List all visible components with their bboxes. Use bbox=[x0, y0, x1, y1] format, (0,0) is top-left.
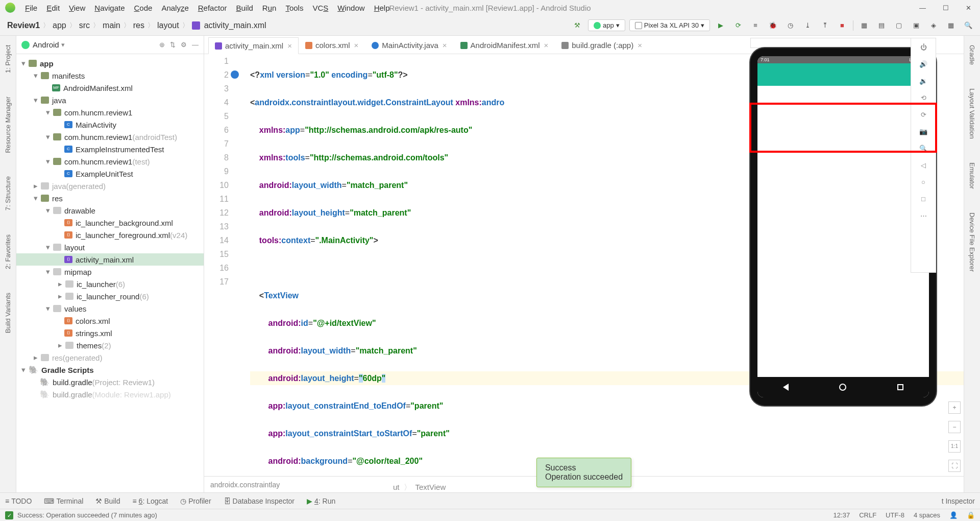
tool-build[interactable]: ⚒Build bbox=[95, 497, 120, 505]
breadcrumb-file[interactable]: activity_main.xml bbox=[202, 21, 268, 30]
sync3-button[interactable]: ◈ bbox=[927, 19, 940, 32]
tree-colors[interactable]: ⟨⟩colors.xml bbox=[16, 315, 204, 327]
tree-ic-fg[interactable]: ⟨⟩ic_launcher_foreground.xml (v24) bbox=[16, 229, 204, 241]
tree-ic-launcher[interactable]: ▸ic_launcher (6) bbox=[16, 278, 204, 290]
zoom-expand-button[interactable]: ⛶ bbox=[948, 460, 961, 472]
sync-button[interactable]: ▢ bbox=[892, 19, 905, 32]
tool-terminal[interactable]: ⌨Terminal bbox=[44, 497, 83, 505]
settings-icon[interactable]: ⚙ bbox=[181, 41, 187, 49]
menu-code[interactable]: Code bbox=[130, 4, 157, 12]
tree-instrumented-test[interactable]: CExampleInstrumentedTest bbox=[16, 143, 204, 155]
project-view-selector[interactable]: Android bbox=[33, 40, 59, 49]
tree-pkg-androidtest[interactable]: ▾com.huncm.review1 (androidTest) bbox=[16, 131, 204, 143]
window-minimize-button[interactable]: — bbox=[911, 0, 934, 15]
debug-button[interactable]: 🐞 bbox=[766, 19, 779, 32]
run-config-combo[interactable]: app▾ bbox=[588, 19, 625, 31]
tab-colors[interactable]: colors.xml× bbox=[299, 37, 365, 54]
tree-layout[interactable]: ▾layout bbox=[16, 241, 204, 253]
tree-ic-bg[interactable]: ⟨⟩ic_launcher_background.xml bbox=[16, 217, 204, 229]
tree-unit-test[interactable]: CExampleUnitTest bbox=[16, 168, 204, 180]
stop-button[interactable]: ■ bbox=[836, 19, 849, 32]
tool-layout-inspector[interactable]: t Inspector bbox=[942, 497, 975, 505]
tab-favorites[interactable]: 2: Favorites bbox=[3, 230, 13, 273]
close-tab-icon[interactable]: × bbox=[443, 41, 447, 50]
menu-refactor[interactable]: Refactor bbox=[193, 4, 232, 12]
tab-device-file-explorer[interactable]: Device File Explorer bbox=[967, 208, 977, 276]
menu-analyze[interactable]: Analyze bbox=[157, 4, 193, 12]
expand-icon[interactable]: ⇅ bbox=[170, 41, 176, 49]
tab-activity-main[interactable]: activity_main.xml× bbox=[208, 37, 299, 54]
tab-layout-validation[interactable]: Layout Validation bbox=[967, 84, 977, 143]
menu-file[interactable]: FFileile bbox=[20, 4, 42, 12]
breadcrumb-src[interactable]: src bbox=[77, 21, 92, 30]
emu-rotate-left-icon[interactable]: ⟲ bbox=[921, 94, 926, 102]
menu-tools[interactable]: Tools bbox=[281, 4, 308, 12]
breadcrumb-res[interactable]: res bbox=[131, 21, 146, 30]
tool-database-inspector[interactable]: 🗄Database Inspector bbox=[224, 497, 295, 505]
tree-main-activity[interactable]: CMainActivity bbox=[16, 119, 204, 131]
tab-mainactivity[interactable]: MainActivity.java× bbox=[365, 37, 453, 54]
zoom-out-button[interactable]: − bbox=[948, 421, 961, 433]
close-tab-icon[interactable]: × bbox=[638, 41, 642, 50]
hammer-icon[interactable]: ⚒ bbox=[571, 19, 584, 32]
phone-screen[interactable]: 7:01 LTE ◢ ▮ bbox=[757, 56, 929, 397]
tree-pkg-test[interactable]: ▾com.huncm.review1 (test) bbox=[16, 155, 204, 168]
caret-position[interactable]: 12:37 bbox=[834, 511, 850, 519]
inspection-icon[interactable]: 👤 bbox=[949, 511, 958, 519]
phone-home-icon[interactable] bbox=[839, 384, 846, 391]
run-button[interactable]: ▶ bbox=[714, 19, 727, 32]
tree-pkg-main[interactable]: ▾com.huncm.review1 bbox=[16, 106, 204, 119]
close-tab-icon[interactable]: × bbox=[544, 41, 549, 50]
emu-back-icon[interactable]: ◁ bbox=[921, 161, 926, 169]
tab-build-variants[interactable]: Build Variants bbox=[3, 289, 13, 337]
attach2-button[interactable]: ⤒ bbox=[818, 19, 831, 32]
select-opened-icon[interactable]: ⊕ bbox=[159, 41, 165, 49]
apply-code-button[interactable]: ≡ bbox=[749, 19, 762, 32]
breadcrumb-layout[interactable]: layout bbox=[155, 21, 181, 30]
apply-changes-button[interactable]: ⟳ bbox=[731, 19, 745, 32]
tool-profiler[interactable]: ◷Profiler bbox=[180, 497, 211, 505]
emu-rotate-right-icon[interactable]: ⟳ bbox=[921, 111, 926, 119]
attach-button[interactable]: ⤓ bbox=[801, 19, 814, 32]
tab-resource-manager[interactable]: Resource Manager bbox=[3, 92, 13, 157]
phone-back-icon[interactable] bbox=[783, 384, 789, 391]
tree-ic-launcher-round[interactable]: ▸ic_launcher_round (6) bbox=[16, 290, 204, 302]
emulator-panel[interactable]: — ☐ × 7:01 LTE ◢ ▮ bbox=[750, 38, 936, 406]
emu-more-icon[interactable]: ⋯ bbox=[920, 212, 927, 220]
menu-navigate[interactable]: Navigate bbox=[90, 4, 129, 12]
line-separator[interactable]: CRLF bbox=[859, 511, 876, 519]
profile-button[interactable]: ◷ bbox=[783, 19, 797, 32]
tree-app[interactable]: ▾app bbox=[16, 57, 204, 69]
tab-project[interactable]: 1: Project bbox=[3, 41, 13, 77]
tool-todo[interactable]: ≡TODO bbox=[5, 497, 32, 505]
sync2-button[interactable]: ▣ bbox=[910, 19, 923, 32]
tool-logcat[interactable]: ≡6: Logcat bbox=[132, 497, 168, 505]
hide-icon[interactable]: — bbox=[192, 41, 199, 49]
search-button[interactable]: 🔍 bbox=[962, 19, 975, 32]
tab-build-gradle[interactable]: build.gradle (:app)× bbox=[555, 37, 649, 54]
breadcrumb-main[interactable]: main bbox=[101, 21, 122, 30]
tree-manifests[interactable]: ▾manifests bbox=[16, 69, 204, 82]
tree-themes[interactable]: ▸themes (2) bbox=[16, 339, 204, 351]
tab-gradle[interactable]: Gradle bbox=[967, 41, 977, 69]
window-close-button[interactable]: ✕ bbox=[957, 0, 980, 15]
emu-volume-up-icon[interactable]: 🔊 bbox=[919, 60, 927, 68]
close-tab-icon[interactable]: × bbox=[287, 41, 292, 50]
menu-build[interactable]: Build bbox=[231, 4, 257, 12]
emu-home-icon[interactable]: ○ bbox=[921, 178, 925, 186]
tree-res[interactable]: ▾res bbox=[16, 192, 204, 204]
device-combo[interactable]: Pixel 3a XL API 30▾ bbox=[629, 19, 710, 31]
emu-overview-icon[interactable]: □ bbox=[921, 195, 925, 203]
tree-values[interactable]: ▾values bbox=[16, 302, 204, 315]
menu-window[interactable]: Window bbox=[333, 4, 369, 12]
tab-structure[interactable]: 7: Structure bbox=[3, 172, 13, 215]
structure-button[interactable]: ▦ bbox=[944, 19, 958, 32]
breadcrumb-project[interactable]: Review1 bbox=[5, 21, 42, 30]
tree-java[interactable]: ▾java bbox=[16, 94, 204, 106]
tree-res-gen[interactable]: ▸res (generated) bbox=[16, 351, 204, 364]
tree-java-gen[interactable]: ▸java (generated) bbox=[16, 180, 204, 192]
zoom-fit-button[interactable]: 1:1 bbox=[948, 440, 961, 453]
tree-strings[interactable]: ⟨⟩strings.xml bbox=[16, 327, 204, 339]
tree-build-gradle-proj[interactable]: 🐘build.gradle (Project: Review1) bbox=[16, 376, 204, 388]
tree-mipmap[interactable]: ▾mipmap bbox=[16, 266, 204, 278]
